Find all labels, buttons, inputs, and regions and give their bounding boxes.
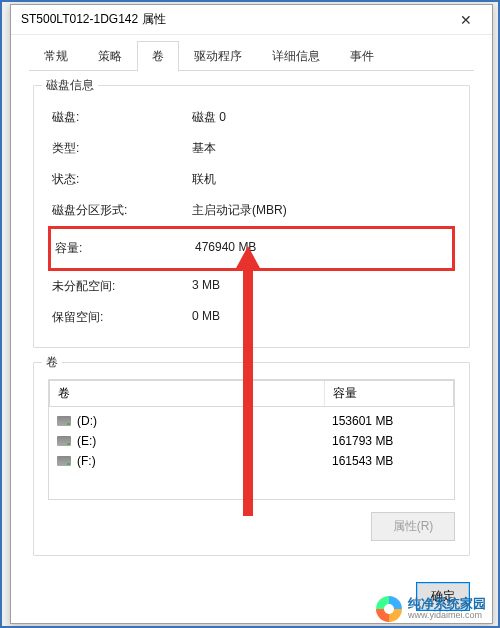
volume-name: (F:): [77, 454, 96, 468]
row-capacity: 容量: 476940 MB: [51, 233, 452, 264]
tab-volumes[interactable]: 卷: [137, 41, 179, 72]
col-volume[interactable]: 卷: [50, 381, 325, 406]
label-partition-style: 磁盘分区形式:: [52, 202, 192, 219]
window-title: ST500LT012-1DG142 属性: [21, 11, 166, 28]
watermark-text: 纯净系统家园 www.yidaimei.com: [408, 597, 486, 621]
titlebar: ST500LT012-1DG142 属性 ✕: [11, 5, 492, 35]
volume-name-cell: (D:): [57, 414, 332, 428]
disk-info-group: 磁盘信息 磁盘: 磁盘 0 类型: 基本 状态: 联机 磁盘分区形式: 主启动记…: [33, 85, 470, 348]
drive-icon: [57, 456, 71, 466]
tab-general[interactable]: 常规: [29, 41, 83, 71]
volume-name: (E:): [77, 434, 96, 448]
close-button[interactable]: ✕: [446, 6, 486, 34]
label-type: 类型:: [52, 140, 192, 157]
volumes-body: (D:) 153601 MB (E:) 161793 MB: [49, 407, 454, 499]
volume-name-cell: (E:): [57, 434, 332, 448]
watermark-logo-icon: [376, 596, 402, 622]
label-unallocated: 未分配空间:: [52, 278, 192, 295]
volumes-list: 卷 容量 (D:) 153601 MB (E:): [48, 379, 455, 500]
tab-policies[interactable]: 策略: [83, 41, 137, 71]
label-status: 状态:: [52, 171, 192, 188]
volume-row[interactable]: (E:) 161793 MB: [49, 431, 454, 451]
tab-content: 磁盘信息 磁盘: 磁盘 0 类型: 基本 状态: 联机 磁盘分区形式: 主启动记…: [11, 71, 492, 580]
drive-icon: [57, 416, 71, 426]
tab-details[interactable]: 详细信息: [257, 41, 335, 71]
volume-row[interactable]: (F:) 161543 MB: [49, 451, 454, 471]
volume-size: 161793 MB: [332, 434, 446, 448]
volume-name: (D:): [77, 414, 97, 428]
value-disk: 磁盘 0: [192, 109, 226, 126]
row-status: 状态: 联机: [48, 164, 455, 195]
value-partition-style: 主启动记录(MBR): [192, 202, 287, 219]
volume-properties-button[interactable]: 属性(R): [371, 512, 455, 541]
value-capacity: 476940 MB: [195, 240, 256, 257]
volumes-header: 卷 容量: [49, 380, 454, 407]
volume-name-cell: (F:): [57, 454, 332, 468]
value-status: 联机: [192, 171, 216, 188]
watermark-title: 纯净系统家园: [408, 597, 486, 611]
volume-size: 161543 MB: [332, 454, 446, 468]
tab-driver[interactable]: 驱动程序: [179, 41, 257, 71]
value-reserved: 0 MB: [192, 309, 220, 326]
value-unallocated: 3 MB: [192, 278, 220, 295]
watermark-url: www.yidaimei.com: [408, 611, 486, 621]
row-reserved: 保留空间: 0 MB: [48, 302, 455, 333]
tab-events[interactable]: 事件: [335, 41, 389, 71]
row-unallocated: 未分配空间: 3 MB: [48, 271, 455, 302]
label-reserved: 保留空间:: [52, 309, 192, 326]
volumes-legend: 卷: [42, 354, 62, 371]
capacity-highlight: 容量: 476940 MB: [48, 226, 455, 271]
volume-size: 153601 MB: [332, 414, 446, 428]
volumes-group: 卷 卷 容量 (D:) 153601 MB: [33, 362, 470, 556]
row-disk: 磁盘: 磁盘 0: [48, 102, 455, 133]
drive-icon: [57, 436, 71, 446]
properties-dialog: ST500LT012-1DG142 属性 ✕ 常规 策略 卷 驱动程序 详细信息…: [10, 4, 493, 624]
close-icon: ✕: [460, 12, 472, 28]
volume-buttons-row: 属性(R): [48, 500, 455, 541]
tab-strip: 常规 策略 卷 驱动程序 详细信息 事件: [11, 35, 492, 71]
disk-info-legend: 磁盘信息: [42, 77, 98, 94]
row-type: 类型: 基本: [48, 133, 455, 164]
row-partition-style: 磁盘分区形式: 主启动记录(MBR): [48, 195, 455, 226]
col-capacity[interactable]: 容量: [325, 381, 453, 406]
label-capacity: 容量:: [55, 240, 195, 257]
volume-row[interactable]: (D:) 153601 MB: [49, 411, 454, 431]
label-disk: 磁盘:: [52, 109, 192, 126]
value-type: 基本: [192, 140, 216, 157]
watermark: 纯净系统家园 www.yidaimei.com: [376, 596, 486, 622]
